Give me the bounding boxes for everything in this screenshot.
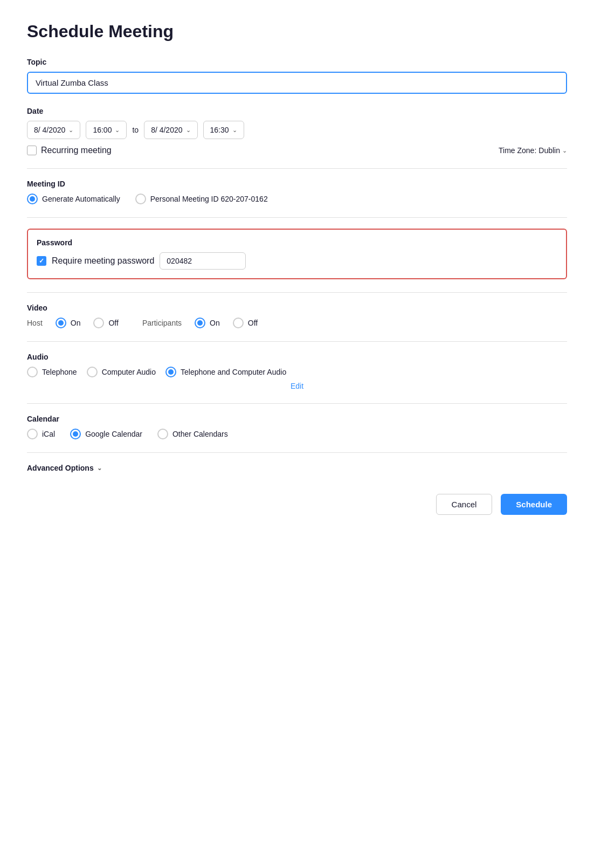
host-off-radio[interactable] xyxy=(93,318,104,328)
password-label: Password xyxy=(37,238,557,247)
divider-4 xyxy=(27,341,567,342)
divider-3 xyxy=(27,292,567,293)
host-on-radio[interactable] xyxy=(56,318,66,328)
telephone-label: Telephone xyxy=(42,368,77,376)
end-time-chevron: ⌄ xyxy=(232,127,237,134)
page-title: Schedule Meeting xyxy=(27,22,567,42)
personal-id-option[interactable]: Personal Meeting ID 620-207-0162 xyxy=(135,194,268,204)
timezone-label: Time Zone: xyxy=(499,146,536,155)
host-on-label: On xyxy=(71,319,81,327)
meeting-id-label: Meeting ID xyxy=(27,180,567,188)
advanced-options-toggle[interactable]: Advanced Options ⌄ xyxy=(27,464,567,472)
other-calendars-radio[interactable] xyxy=(157,429,168,439)
recurring-row: Recurring meeting Time Zone: Dublin ⌄ xyxy=(27,146,567,155)
divider-6 xyxy=(27,452,567,453)
video-section: Video Host On Off Participants On Off xyxy=(27,304,567,328)
other-calendars-option[interactable]: Other Calendars xyxy=(157,429,228,439)
topic-label: Topic xyxy=(27,58,567,66)
recurring-option[interactable]: Recurring meeting xyxy=(27,146,112,155)
divider-2 xyxy=(27,217,567,218)
audio-label: Audio xyxy=(27,353,567,361)
both-audio-radio[interactable] xyxy=(165,367,176,377)
timezone-chevron: ⌄ xyxy=(562,147,567,154)
password-input[interactable] xyxy=(160,252,246,270)
host-label: Host xyxy=(27,319,43,327)
audio-edit-link[interactable]: Edit xyxy=(27,382,567,390)
google-calendar-label: Google Calendar xyxy=(85,430,142,438)
telephone-radio[interactable] xyxy=(27,367,38,377)
video-row: Host On Off Participants On Off xyxy=(27,318,567,328)
end-time-picker[interactable]: 16:30 ⌄ xyxy=(203,121,244,139)
generate-auto-radio[interactable] xyxy=(27,194,38,204)
participants-on-option[interactable]: On xyxy=(195,318,220,328)
start-time-chevron: ⌄ xyxy=(115,127,120,134)
footer-buttons: Cancel Schedule xyxy=(27,494,567,531)
other-calendars-label: Other Calendars xyxy=(172,430,228,438)
to-label: to xyxy=(132,126,139,134)
host-off-option[interactable]: Off xyxy=(93,318,118,328)
computer-audio-label: Computer Audio xyxy=(102,368,156,376)
topic-input[interactable] xyxy=(27,72,567,94)
audio-row: Telephone Computer Audio Telephone and C… xyxy=(27,367,567,377)
participants-off-option[interactable]: Off xyxy=(233,318,258,328)
google-calendar-radio[interactable] xyxy=(70,429,81,439)
meeting-id-options: Generate Automatically Personal Meeting … xyxy=(27,194,567,204)
video-label: Video xyxy=(27,304,567,312)
host-off-label: Off xyxy=(108,319,118,327)
google-calendar-option[interactable]: Google Calendar xyxy=(70,429,142,439)
date-label: Date xyxy=(27,107,567,115)
start-date-picker[interactable]: 8/ 4/2020 ⌄ xyxy=(27,121,80,139)
advanced-section: Advanced Options ⌄ xyxy=(27,464,567,472)
date-row: 8/ 4/2020 ⌄ 16:00 ⌄ to 8/ 4/2020 ⌄ 16:30… xyxy=(27,121,567,139)
require-password-checkbox[interactable] xyxy=(37,256,46,266)
start-time-value: 16:00 xyxy=(93,126,112,134)
recurring-checkbox[interactable] xyxy=(27,146,37,155)
telephone-option[interactable]: Telephone xyxy=(27,367,77,377)
ical-label: iCal xyxy=(42,430,55,438)
timezone-selector[interactable]: Time Zone: Dublin ⌄ xyxy=(499,146,567,155)
participants-on-label: On xyxy=(210,319,220,327)
host-on-option[interactable]: On xyxy=(56,318,81,328)
calendar-row: iCal Google Calendar Other Calendars xyxy=(27,429,567,439)
generate-auto-label: Generate Automatically xyxy=(42,195,120,203)
start-date-chevron: ⌄ xyxy=(68,127,73,134)
end-date-chevron: ⌄ xyxy=(186,127,191,134)
advanced-options-chevron: ⌄ xyxy=(97,465,102,472)
start-date-value: 8/ 4/2020 xyxy=(34,126,65,134)
computer-audio-option[interactable]: Computer Audio xyxy=(87,367,156,377)
divider-5 xyxy=(27,403,567,404)
advanced-options-label: Advanced Options xyxy=(27,464,94,472)
cancel-button[interactable]: Cancel xyxy=(436,494,493,515)
participants-label: Participants xyxy=(142,319,182,327)
date-section: Date 8/ 4/2020 ⌄ 16:00 ⌄ to 8/ 4/2020 ⌄ … xyxy=(27,107,567,155)
require-password-label: Require meeting password xyxy=(52,256,154,266)
topic-section: Topic xyxy=(27,58,567,94)
calendar-section: Calendar iCal Google Calendar Other Cale… xyxy=(27,415,567,439)
ical-radio[interactable] xyxy=(27,429,38,439)
divider-1 xyxy=(27,168,567,169)
generate-auto-option[interactable]: Generate Automatically xyxy=(27,194,120,204)
audio-section: Audio Telephone Computer Audio Telephone… xyxy=(27,353,567,390)
start-time-picker[interactable]: 16:00 ⌄ xyxy=(86,121,127,139)
end-time-value: 16:30 xyxy=(210,126,229,134)
calendar-label: Calendar xyxy=(27,415,567,423)
computer-audio-radio[interactable] xyxy=(87,367,98,377)
end-date-picker[interactable]: 8/ 4/2020 ⌄ xyxy=(144,121,197,139)
participants-on-radio[interactable] xyxy=(195,318,205,328)
recurring-label: Recurring meeting xyxy=(41,146,112,155)
both-audio-label: Telephone and Computer Audio xyxy=(181,368,286,376)
personal-id-label: Personal Meeting ID 620-207-0162 xyxy=(150,195,268,203)
schedule-button[interactable]: Schedule xyxy=(501,494,567,515)
personal-id-radio[interactable] xyxy=(135,194,146,204)
participants-off-label: Off xyxy=(248,319,258,327)
timezone-value: Dublin xyxy=(538,146,560,155)
meeting-id-section: Meeting ID Generate Automatically Person… xyxy=(27,180,567,204)
participants-off-radio[interactable] xyxy=(233,318,244,328)
password-section: Password Require meeting password xyxy=(27,229,567,279)
both-audio-option[interactable]: Telephone and Computer Audio xyxy=(165,367,286,377)
ical-option[interactable]: iCal xyxy=(27,429,55,439)
password-row: Require meeting password xyxy=(37,252,557,270)
end-date-value: 8/ 4/2020 xyxy=(151,126,182,134)
password-box: Password Require meeting password xyxy=(27,229,567,279)
